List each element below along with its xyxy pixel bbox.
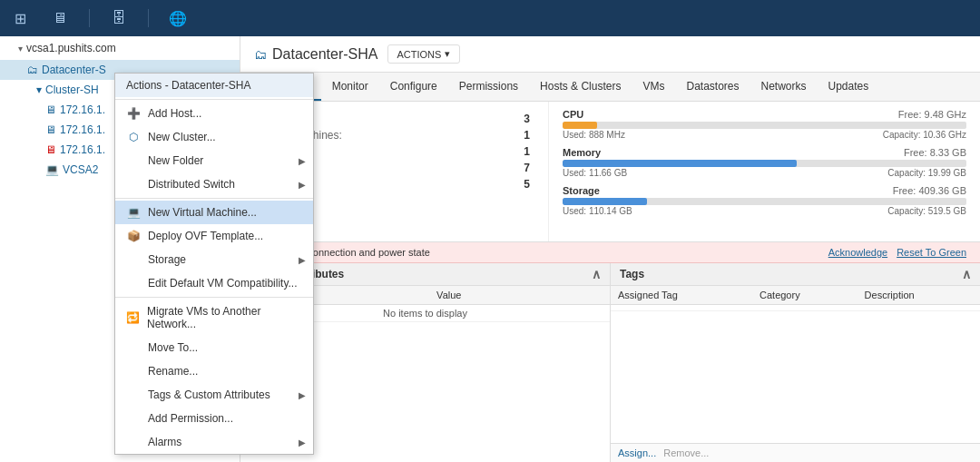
- menu-new-cluster-label: New Cluster...: [148, 131, 216, 143]
- menu-storage-label: Storage: [148, 253, 186, 266]
- menu-move-to-label: Move To...: [148, 341, 198, 354]
- menu-deploy-ovf-label: Deploy OVF Template...: [148, 230, 263, 242]
- menu-add-host[interactable]: ➕ Add Host...: [115, 102, 313, 125]
- migrate-vms-icon: 🔁: [126, 311, 140, 324]
- menu-add-host-label: Add Host...: [148, 107, 201, 120]
- context-menu-overlay[interactable]: Actions - Datacenter-SHA ➕ Add Host... ⬡…: [0, 0, 980, 462]
- menu-new-vm-label: New Virtual Machine...: [148, 206, 257, 219]
- menu-add-permission[interactable]: Add Permission...: [115, 407, 313, 430]
- menu-divider-1: [115, 99, 313, 100]
- menu-header-label: Actions - Datacenter-SHA: [126, 79, 250, 92]
- menu-storage[interactable]: Storage ▶: [115, 248, 313, 271]
- menu-new-folder[interactable]: New Folder ▶: [115, 149, 313, 172]
- menu-edit-vm-label: Edit Default VM Compatibility...: [148, 277, 298, 290]
- menu-migrate-vms-label: Migrate VMs to Another Network...: [147, 305, 302, 330]
- menu-add-permission-label: Add Permission...: [148, 412, 233, 425]
- new-cluster-icon: ⬡: [126, 131, 141, 143]
- new-vm-icon: 💻: [126, 206, 141, 219]
- menu-divider-2: [115, 198, 313, 199]
- menu-tags-custom-attrs[interactable]: Tags & Custom Attributes ▶: [115, 383, 313, 407]
- menu-tags-label: Tags & Custom Attributes: [148, 388, 270, 401]
- menu-rename-label: Rename...: [148, 365, 198, 378]
- menu-distributed-switch[interactable]: Distributed Switch ▶: [115, 172, 313, 196]
- context-menu: Actions - Datacenter-SHA ➕ Add Host... ⬡…: [114, 73, 314, 455]
- menu-alarms[interactable]: Alarms ▶: [115, 430, 313, 454]
- storage-arrow: ▶: [299, 255, 306, 265]
- new-folder-arrow: ▶: [299, 156, 306, 166]
- menu-rename[interactable]: Rename...: [115, 359, 313, 383]
- menu-divider-3: [115, 297, 313, 298]
- menu-move-to[interactable]: Move To...: [115, 336, 313, 359]
- menu-new-cluster[interactable]: ⬡ New Cluster...: [115, 125, 313, 149]
- menu-new-vm[interactable]: 💻 New Virtual Machine...: [115, 201, 313, 224]
- menu-alarms-label: Alarms: [148, 436, 181, 448]
- distributed-switch-arrow: ▶: [299, 180, 306, 190]
- menu-deploy-ovf[interactable]: 📦 Deploy OVF Template...: [115, 224, 313, 248]
- alarms-arrow: ▶: [299, 437, 306, 447]
- menu-new-folder-label: New Folder: [148, 154, 203, 167]
- add-host-icon: ➕: [126, 107, 141, 120]
- tags-arrow: ▶: [299, 390, 306, 400]
- menu-distributed-switch-label: Distributed Switch: [148, 178, 235, 191]
- menu-edit-vm-compat[interactable]: Edit Default VM Compatibility...: [115, 271, 313, 295]
- menu-header: Actions - Datacenter-SHA: [115, 74, 313, 97]
- deploy-ovf-icon: 📦: [126, 230, 141, 242]
- menu-migrate-vms[interactable]: 🔁 Migrate VMs to Another Network...: [115, 300, 313, 336]
